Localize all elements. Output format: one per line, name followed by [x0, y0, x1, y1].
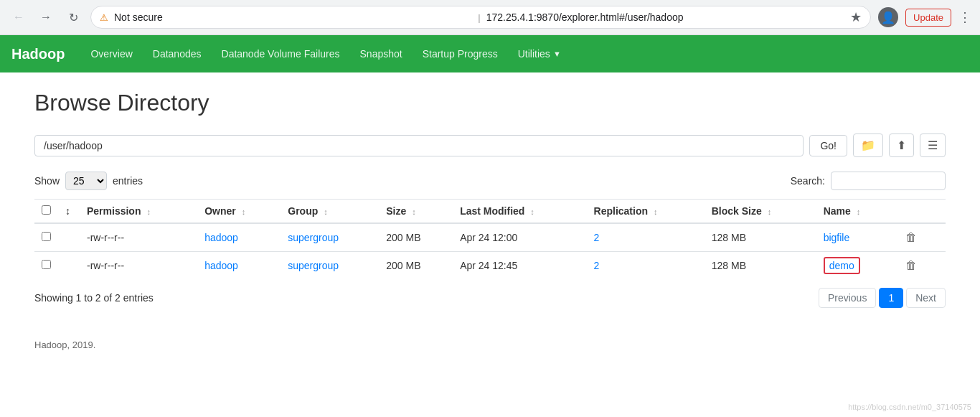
th-size[interactable]: Size ↕	[379, 200, 453, 224]
row2-replication: 2	[587, 252, 705, 280]
page-title: Browse Directory	[34, 90, 946, 116]
th-last-modified[interactable]: Last Modified ↕	[453, 200, 586, 224]
row1-name-link[interactable]: bigfile	[824, 232, 850, 243]
row2-block-size: 128 MB	[705, 252, 816, 280]
nav-item-datanode-volume-failures[interactable]: Datanode Volume Failures	[213, 48, 349, 60]
row1-empty	[58, 223, 80, 252]
navbar-nav: Overview Datanodes Datanode Volume Failu…	[82, 44, 569, 64]
profile-icon[interactable]: 👤	[878, 7, 898, 27]
th-block-size[interactable]: Block Size ↕	[705, 200, 816, 224]
row2-name-link[interactable]: demo	[824, 257, 860, 274]
row1-replication: 2	[587, 223, 705, 252]
th-owner[interactable]: Owner ↕	[197, 200, 281, 224]
page-footer: Hadoop, 2019.	[0, 325, 980, 357]
bookmark-icon[interactable]: ★	[850, 9, 862, 25]
upload-icon-button[interactable]: ⬆	[889, 133, 914, 157]
row2-empty	[58, 252, 80, 280]
row1-checkbox-cell	[34, 223, 58, 252]
row2-replication-link[interactable]: 2	[594, 260, 600, 271]
sort-icon-header: ↕	[58, 200, 80, 224]
go-button[interactable]: Go!	[809, 135, 847, 156]
table-controls: Show 10 25 50 100 entries Search:	[34, 172, 946, 190]
row1-block-size: 128 MB	[705, 223, 816, 252]
forward-button[interactable]: →	[36, 7, 56, 27]
table-body: -rw-r--r-- hadoop supergroup 200 MB Apr …	[34, 223, 946, 279]
menu-dots-icon[interactable]: ⋮	[958, 9, 971, 25]
row1-replication-link[interactable]: 2	[594, 232, 600, 243]
sort-arrows-icon[interactable]: ↕	[65, 205, 70, 217]
navbar: Hadoop Overview Datanodes Datanode Volum…	[0, 35, 980, 72]
nav-link-datanode-volume-failures[interactable]: Datanode Volume Failures	[213, 44, 349, 64]
row1-group: supergroup	[281, 223, 379, 252]
search-bar: Search:	[791, 172, 946, 190]
nav-item-datanodes[interactable]: Datanodes	[144, 48, 210, 60]
row1-owner-link[interactable]: hadoop	[204, 232, 238, 243]
th-group[interactable]: Group ↕	[281, 200, 379, 224]
row1-delete-cell: 🗑	[894, 223, 946, 252]
row2-group-link[interactable]: supergroup	[288, 260, 339, 271]
row2-delete-cell: 🗑	[894, 252, 946, 280]
row2-permission: -rw-r--r--	[80, 252, 197, 280]
sort-size-icon: ↕	[412, 207, 416, 216]
previous-button[interactable]: Previous	[819, 288, 876, 308]
directory-table: ↕ Permission ↕ Owner ↕ Group ↕ Size ↕ La…	[34, 199, 946, 279]
next-button[interactable]: Next	[906, 288, 946, 308]
nav-item-overview[interactable]: Overview	[82, 48, 141, 60]
nav-item-utilities[interactable]: Utilities ▼	[509, 44, 570, 64]
reload-button[interactable]: ↻	[63, 7, 83, 27]
select-all-header	[34, 200, 58, 224]
row1-owner: hadoop	[197, 223, 281, 252]
row2-delete-button[interactable]: 🗑	[901, 258, 921, 273]
nav-link-utilities[interactable]: Utilities ▼	[509, 44, 570, 64]
list-icon-button[interactable]: ☰	[920, 133, 946, 157]
row1-delete-button[interactable]: 🗑	[901, 230, 921, 245]
update-button[interactable]: Update	[905, 9, 951, 27]
nav-item-startup-progress[interactable]: Startup Progress	[414, 48, 507, 60]
folder-icon-button[interactable]: 📁	[853, 133, 883, 157]
th-name[interactable]: Name ↕	[816, 200, 894, 224]
sort-owner-icon: ↕	[242, 207, 246, 216]
th-replication[interactable]: Replication ↕	[587, 200, 705, 224]
path-bar: Go! 📁 ⬆ ☰	[34, 133, 946, 157]
show-entries: Show 10 25 50 100 entries	[34, 172, 143, 190]
row2-owner-link[interactable]: hadoop	[204, 260, 238, 271]
url-text[interactable]: 172.25.4.1:9870/explorer.html#/user/hado…	[486, 11, 844, 23]
copyright-text: Hadoop, 2019.	[34, 339, 95, 350]
row2-name: demo	[816, 252, 894, 280]
row2-checkbox[interactable]	[42, 260, 51, 269]
nav-link-datanodes[interactable]: Datanodes	[144, 44, 210, 64]
row1-size: 200 MB	[379, 223, 453, 252]
row2-size: 200 MB	[379, 252, 453, 280]
sort-last-modified-icon: ↕	[530, 207, 534, 216]
path-input[interactable]	[34, 135, 804, 156]
back-button[interactable]: ←	[9, 7, 29, 27]
row1-permission: -rw-r--r--	[80, 223, 197, 252]
row1-checkbox[interactable]	[42, 232, 51, 241]
nav-link-overview[interactable]: Overview	[82, 44, 141, 64]
table-footer: Showing 1 to 2 of 2 entries Previous 1 N…	[34, 288, 946, 308]
entries-label: entries	[113, 175, 143, 187]
sort-block-size-icon: ↕	[768, 207, 772, 216]
browser-chrome: ← → ↻ ⚠ Not secure | 172.25.4.1:9870/exp…	[0, 0, 980, 35]
search-input[interactable]	[831, 172, 946, 190]
show-entries-select[interactable]: 10 25 50 100	[65, 172, 107, 190]
nav-link-startup-progress[interactable]: Startup Progress	[414, 44, 507, 64]
row1-group-link[interactable]: supergroup	[288, 232, 339, 243]
navbar-brand[interactable]: Hadoop	[11, 46, 65, 62]
th-permission[interactable]: Permission ↕	[80, 200, 197, 224]
main-content: Browse Directory Go! 📁 ⬆ ☰ Show 10 25 50…	[0, 72, 980, 325]
security-icon: ⚠	[100, 12, 108, 23]
sort-replication-icon: ↕	[654, 207, 658, 216]
nav-item-snapshot[interactable]: Snapshot	[352, 48, 411, 60]
nav-link-snapshot[interactable]: Snapshot	[352, 44, 411, 64]
row2-owner: hadoop	[197, 252, 281, 280]
row2-last-modified: Apr 24 12:45	[453, 252, 586, 280]
table-row: -rw-r--r-- hadoop supergroup 200 MB Apr …	[34, 223, 946, 252]
url-separator: |	[478, 12, 480, 23]
row2-checkbox-cell	[34, 252, 58, 280]
address-bar: ⚠ Not secure | 172.25.4.1:9870/explorer.…	[90, 6, 871, 29]
select-all-checkbox[interactable]	[42, 205, 51, 215]
sort-name-icon: ↕	[857, 207, 861, 216]
address-text: Not secure	[114, 11, 472, 23]
page-1-button[interactable]: 1	[879, 288, 903, 308]
